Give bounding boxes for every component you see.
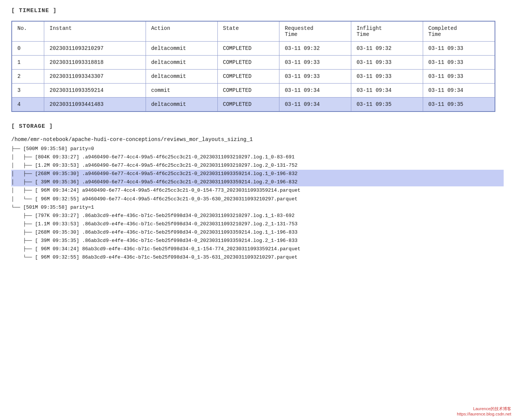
- table-cell: COMPLETED: [217, 42, 279, 56]
- tree-prefix: │ └──: [11, 195, 35, 203]
- tree-line: │ ├── [ 96M 09:34:24] a9460490-6e77-4cc4…: [11, 186, 504, 195]
- table-cell: 03-11 09:34: [351, 84, 423, 98]
- tree-line: │ ├── [1.2M 09:33:53] .a9460490-6e77-4cc…: [11, 161, 504, 170]
- table-cell: 03-11 09:33: [423, 56, 495, 70]
- table-cell: 3: [12, 84, 44, 98]
- table-cell: 03-11 09:32: [351, 42, 423, 56]
- tree-prefix: └──: [11, 203, 23, 212]
- table-cell: 0: [12, 42, 44, 56]
- tree-line: ├── [1.1M 09:33:53] .86ab3cd9-e4fe-436c-…: [11, 220, 504, 228]
- table-row: 020230311093210297deltacommitCOMPLETED03…: [12, 42, 495, 56]
- tree-content: [1.2M 09:33:53] .a9460490-6e77-4cc4-99a5…: [35, 161, 297, 170]
- storage-path: /home/emr-notebook/apache-hudi-core-conc…: [11, 136, 504, 143]
- table-cell: deltacommit: [146, 98, 217, 112]
- col-action: Action: [146, 21, 217, 42]
- col-no: No.: [12, 21, 44, 42]
- col-inflight-time: InflightTime: [351, 21, 423, 42]
- table-cell: 03-11 09:35: [351, 98, 423, 112]
- table-row: 320230311093359214commitCOMPLETED03-11 0…: [12, 84, 495, 98]
- table-cell: 03-11 09:33: [423, 42, 495, 56]
- table-cell: COMPLETED: [217, 56, 279, 70]
- tree-line: ├── [ 96M 09:34:24] 86ab3cd9-e4fe-436c-b…: [11, 245, 504, 253]
- tree-prefix: ├──: [11, 145, 23, 153]
- table-row: 120230311093318818deltacommitCOMPLETED03…: [12, 56, 495, 70]
- table-cell: 03-11 09:32: [279, 42, 351, 56]
- tree-line: ├── [797K 09:33:27] .86ab3cd9-e4fe-436c-…: [11, 212, 504, 220]
- tree-content: [ 96M 09:32:55] 86ab3cd9-e4fe-436c-b71c-…: [35, 253, 297, 262]
- tree-prefix: │ ├──: [11, 170, 35, 178]
- table-cell: 2: [12, 70, 44, 84]
- tree-prefix: ├──: [11, 245, 35, 253]
- tree-prefix: ├──: [11, 212, 35, 220]
- tree-content: [ 96M 09:34:24] 86ab3cd9-e4fe-436c-b71c-…: [35, 245, 300, 253]
- timeline-section: [ TIMELINE ] No. Instant Action State Re…: [11, 8, 504, 112]
- tree-line: │ ├── [ 39M 09:35:36] .a9460490-6e77-4cc…: [11, 178, 504, 186]
- table-cell: COMPLETED: [217, 84, 279, 98]
- table-row: 220230311093343307deltacommitCOMPLETED03…: [12, 70, 495, 84]
- table-cell: 20230311093210297: [44, 42, 146, 56]
- tree-content: [797K 09:33:27] .86ab3cd9-e4fe-436c-b71c…: [35, 212, 295, 220]
- table-cell: 03-11 09:33: [279, 70, 351, 84]
- tree-line: └── [501M 09:35:58] parity=1: [11, 203, 504, 212]
- table-cell: 03-11 09:34: [423, 84, 495, 98]
- tree-prefix: ├──: [11, 220, 35, 228]
- tree-prefix: │ ├──: [11, 178, 35, 186]
- table-cell: 1: [12, 56, 44, 70]
- tree-line: │ ├── [268M 09:35:30] .a9460490-6e77-4cc…: [11, 170, 504, 178]
- tree-prefix: │ ├──: [11, 161, 35, 170]
- table-cell: 4: [12, 98, 44, 112]
- tree-prefix: ├──: [11, 237, 35, 245]
- table-cell: 03-11 09:34: [279, 98, 351, 112]
- tree-line: │ ├── [804K 09:33:27] .a9460490-6e77-4cc…: [11, 153, 504, 161]
- table-cell: COMPLETED: [217, 70, 279, 84]
- tree-line: ├── [268M 09:35:30] .86ab3cd9-e4fe-436c-…: [11, 228, 504, 237]
- table-cell: 03-11 09:33: [279, 56, 351, 70]
- table-cell: 03-11 09:33: [351, 56, 423, 70]
- tree-line: │ └── [ 96M 09:32:55] a9460490-6e77-4cc4…: [11, 195, 504, 203]
- tree-content: [268M 09:35:30] .86ab3cd9-e4fe-436c-b71c…: [35, 228, 297, 237]
- table-cell: 03-11 09:35: [423, 98, 495, 112]
- timeline-table: No. Instant Action State RequestedTime I…: [11, 21, 495, 112]
- tree-content: [ 96M 09:34:24] a9460490-6e77-4cc4-99a5-…: [35, 186, 300, 195]
- table-cell: COMPLETED: [217, 98, 279, 112]
- tree-content: [804K 09:33:27] .a9460490-6e77-4cc4-99a5…: [35, 153, 295, 161]
- table-cell: deltacommit: [146, 70, 217, 84]
- tree-content: [ 39M 09:35:36] .a9460490-6e77-4cc4-99a5…: [35, 178, 297, 186]
- tree-line: ├── [ 39M 09:35:35] .86ab3cd9-e4fe-436c-…: [11, 237, 504, 245]
- table-cell: 03-11 09:33: [423, 70, 495, 84]
- tree-content: [500M 09:35:58] parity=0: [23, 145, 94, 153]
- storage-section: [ STORAGE ] /home/emr-notebook/apache-hu…: [11, 123, 504, 262]
- storage-header: [ STORAGE ]: [11, 123, 504, 130]
- col-instant: Instant: [44, 21, 146, 42]
- table-cell: 03-11 09:34: [279, 84, 351, 98]
- tree-content: [1.1M 09:33:53] .86ab3cd9-e4fe-436c-b71c…: [35, 220, 297, 228]
- table-cell: 20230311093359214: [44, 84, 146, 98]
- table-row: 420230311093441483deltacommitCOMPLETED03…: [12, 98, 495, 112]
- table-cell: 20230311093441483: [44, 98, 146, 112]
- col-requested-time: RequestedTime: [279, 21, 351, 42]
- tree-content: [501M 09:35:58] parity=1: [23, 203, 94, 212]
- table-header-row: No. Instant Action State RequestedTime I…: [12, 21, 495, 42]
- table-cell: deltacommit: [146, 56, 217, 70]
- storage-tree: ├── [500M 09:35:58] parity=0│ ├── [804K …: [11, 145, 504, 262]
- tree-line: └── [ 96M 09:32:55] 86ab3cd9-e4fe-436c-b…: [11, 253, 504, 262]
- table-cell: 03-11 09:33: [351, 70, 423, 84]
- tree-line: ├── [500M 09:35:58] parity=0: [11, 145, 504, 153]
- col-state: State: [217, 21, 279, 42]
- timeline-header: [ TIMELINE ]: [11, 8, 504, 14]
- tree-prefix: │ ├──: [11, 153, 35, 161]
- table-cell: 20230311093318818: [44, 56, 146, 70]
- table-cell: commit: [146, 84, 217, 98]
- tree-content: [ 96M 09:32:55] a9460490-6e77-4cc4-99a5-…: [35, 195, 297, 203]
- table-cell: 20230311093343307: [44, 70, 146, 84]
- tree-prefix: └──: [11, 253, 35, 262]
- table-cell: deltacommit: [146, 42, 217, 56]
- tree-content: [ 39M 09:35:35] .86ab3cd9-e4fe-436c-b71c…: [35, 237, 297, 245]
- tree-content: [268M 09:35:30] .a9460490-6e77-4cc4-99a5…: [35, 170, 297, 178]
- tree-prefix: ├──: [11, 228, 35, 237]
- col-completed-time: CompletedTime: [423, 21, 495, 42]
- tree-prefix: │ ├──: [11, 186, 35, 195]
